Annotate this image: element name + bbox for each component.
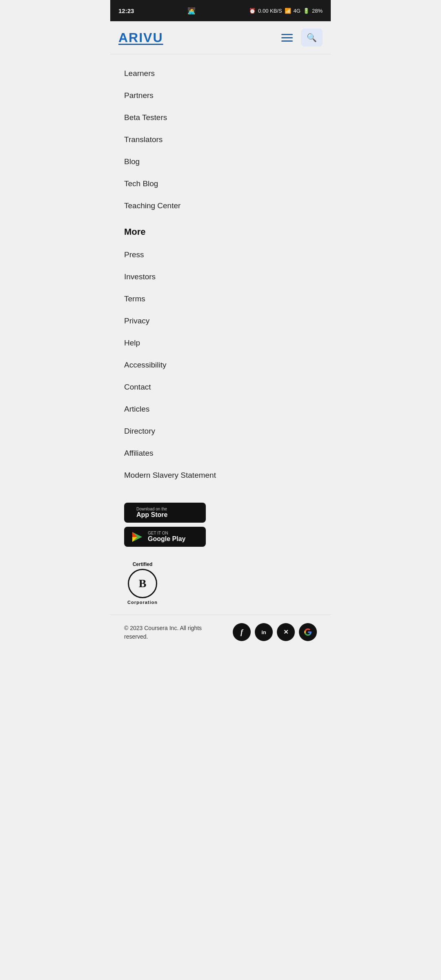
hamburger-line-1 xyxy=(281,34,293,35)
search-button[interactable]: 🔍 xyxy=(301,29,323,47)
wifi-icon: 📶 xyxy=(285,8,291,14)
bcorp-circle: B xyxy=(128,569,157,598)
nav-item-directory[interactable]: Directory xyxy=(110,420,331,442)
app-store-button[interactable]: Download on the App Store xyxy=(124,503,206,523)
alarm-icon: ⏰ xyxy=(249,8,256,14)
hamburger-line-2 xyxy=(281,37,293,38)
google-play-sub: GET IT ON xyxy=(148,531,185,535)
nav-item-affiliates[interactable]: Affiliates xyxy=(110,442,331,464)
bcorp-badge: Certified B Corporation xyxy=(124,561,161,605)
logo: ARIVU xyxy=(118,30,163,45)
google-play-button[interactable]: GET IT ON Google Play xyxy=(124,527,206,547)
hamburger-line-3 xyxy=(281,40,293,42)
facebook-icon[interactable]: f xyxy=(233,623,251,641)
header-icons: 🔍 xyxy=(280,29,323,47)
hamburger-button[interactable] xyxy=(280,32,294,43)
signal-icon: 4G xyxy=(294,8,301,14)
battery-icon: 🔋 xyxy=(303,8,310,14)
app-store-text: Download on the App Store xyxy=(136,507,167,519)
google-play-icon xyxy=(131,531,143,543)
linkedin-icon[interactable]: in xyxy=(255,623,273,641)
nav-item-partners[interactable]: Partners xyxy=(110,85,331,107)
status-bar: 12:23 🧑‍💻 ⏰ 0.00 KB/S 📶 4G 🔋 28% xyxy=(110,0,331,21)
nav-item-blog[interactable]: Blog xyxy=(110,151,331,173)
nav-menu: Learners Partners Beta Testers Translato… xyxy=(110,54,331,494)
app-store-sub: Download on the xyxy=(136,507,167,511)
network-speed: 0.00 KB/S xyxy=(258,8,282,14)
bcorp-section: Certified B Corporation xyxy=(110,555,331,615)
nav-item-translators[interactable]: Translators xyxy=(110,129,331,151)
nav-item-help[interactable]: Help xyxy=(110,332,331,354)
nav-item-accessibility[interactable]: Accessibility xyxy=(110,354,331,376)
nav-item-articles[interactable]: Articles xyxy=(110,398,331,420)
nav-item-learners[interactable]: Learners xyxy=(110,62,331,85)
social-icons: f in ✕ xyxy=(233,623,317,641)
more-section-heading: More xyxy=(110,217,331,244)
nav-item-privacy[interactable]: Privacy xyxy=(110,310,331,332)
nav-item-teaching-center[interactable]: Teaching Center xyxy=(110,195,331,217)
nav-item-press[interactable]: Press xyxy=(110,244,331,266)
nav-item-modern-slavery[interactable]: Modern Slavery Statement xyxy=(110,464,331,486)
app-store-main: App Store xyxy=(136,511,167,519)
footer: © 2023 Coursera Inc. All rights reserved… xyxy=(110,615,331,649)
status-person-icon: 🧑‍💻 xyxy=(187,7,196,15)
nav-item-investors[interactable]: Investors xyxy=(110,266,331,288)
battery-level: 28% xyxy=(312,8,323,14)
bcorp-corporation: Corporation xyxy=(127,600,158,605)
nav-item-beta-testers[interactable]: Beta Testers xyxy=(110,107,331,129)
bcorp-certified: Certified xyxy=(133,561,153,567)
download-section: Download on the App Store GET IT ON Goog… xyxy=(110,494,331,555)
google-play-text: GET IT ON Google Play xyxy=(148,531,185,543)
search-icon: 🔍 xyxy=(307,33,317,42)
footer-copyright: © 2023 Coursera Inc. All rights reserved… xyxy=(124,624,214,641)
header: ARIVU 🔍 xyxy=(110,21,331,54)
google-icon[interactable] xyxy=(299,623,317,641)
status-time: 12:23 xyxy=(118,7,134,14)
nav-item-tech-blog[interactable]: Tech Blog xyxy=(110,173,331,195)
google-play-main: Google Play xyxy=(148,535,185,543)
bcorp-b-letter: B xyxy=(139,577,147,590)
twitter-icon[interactable]: ✕ xyxy=(277,623,295,641)
nav-item-contact[interactable]: Contact xyxy=(110,376,331,398)
status-right: ⏰ 0.00 KB/S 📶 4G 🔋 28% xyxy=(249,8,323,14)
nav-item-terms[interactable]: Terms xyxy=(110,288,331,310)
